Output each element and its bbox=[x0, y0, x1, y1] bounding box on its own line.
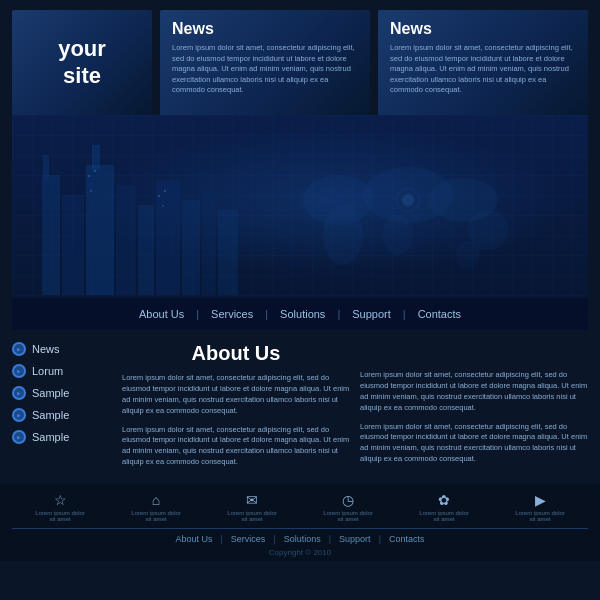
footer-icon-text-3: Lorem ipsum dolor sit amet bbox=[227, 510, 277, 522]
sidebar-label-sample1: Sample bbox=[32, 387, 69, 399]
svg-rect-4 bbox=[92, 145, 100, 170]
flower-icon: ✿ bbox=[438, 492, 450, 508]
sidebar-label-sample3: Sample bbox=[32, 431, 69, 443]
svg-rect-5 bbox=[116, 185, 136, 295]
footer-nav: About Us | Services | Solutions | Suppor… bbox=[12, 534, 588, 544]
svg-rect-10 bbox=[218, 210, 238, 295]
right-content: Lorem ipsum dolor sit amet, consectetur … bbox=[360, 342, 588, 476]
svg-point-23 bbox=[456, 241, 480, 269]
news-card-2-text: Lorem ipsum dolor sit amet, consectetur … bbox=[390, 43, 576, 96]
nav-contacts[interactable]: Contacts bbox=[406, 308, 473, 320]
news-card-1: News Lorem ipsum dolor sit amet, consect… bbox=[160, 10, 370, 115]
footer-icon-text-1: Lorem ipsum dolor sit amet bbox=[35, 510, 85, 522]
star-icon: ☆ bbox=[54, 492, 67, 508]
nav-support[interactable]: Support bbox=[340, 308, 403, 320]
svg-rect-3 bbox=[86, 165, 114, 295]
svg-rect-12 bbox=[94, 170, 96, 172]
hero-nav: About Us | Services | Solutions | Suppor… bbox=[12, 298, 588, 330]
news-card-1-title: News bbox=[172, 20, 358, 38]
footer-icon-group-3[interactable]: ✉ Lorem ipsum dolor sit amet bbox=[227, 492, 277, 522]
svg-rect-15 bbox=[164, 190, 166, 192]
news-card-1-text: Lorem ipsum dolor sit amet, consectetur … bbox=[172, 43, 358, 96]
copyright-text: Copyright © 2010 bbox=[12, 548, 588, 557]
footer-nav-about[interactable]: About Us bbox=[167, 534, 220, 544]
world-map-svg bbox=[278, 145, 528, 285]
about-title: About Us bbox=[122, 342, 350, 365]
bullet-icon-news bbox=[12, 342, 26, 356]
sidebar-item-sample2[interactable]: Sample bbox=[12, 408, 112, 422]
footer-icon-text-6: Lorem ipsum dolor sit amet bbox=[515, 510, 565, 522]
hero-section: About Us | Services | Solutions | Suppor… bbox=[12, 115, 588, 330]
about-text-1: Lorem ipsum dolor sit amet, consectetur … bbox=[122, 373, 350, 417]
svg-rect-6 bbox=[138, 205, 154, 295]
footer-icon-group-4[interactable]: ◷ Lorem ipsum dolor sit amet bbox=[323, 492, 373, 522]
svg-rect-7 bbox=[156, 180, 180, 295]
footer-icon-group-2[interactable]: ⌂ Lorem ipsum dolor sit amet bbox=[131, 492, 181, 522]
footer-nav-services[interactable]: Services bbox=[223, 534, 274, 544]
footer-icon-text-5: Lorem ipsum dolor sit amet bbox=[419, 510, 469, 522]
mail-icon: ✉ bbox=[246, 492, 258, 508]
svg-point-24 bbox=[402, 194, 414, 206]
footer-icon-group-5[interactable]: ✿ Lorem ipsum dolor sit amet bbox=[419, 492, 469, 522]
right-text-2: Lorem ipsum dolor sit amet, consectetur … bbox=[360, 422, 588, 466]
play-icon: ▶ bbox=[535, 492, 546, 508]
news-card-2: News Lorem ipsum dolor sit amet, consect… bbox=[378, 10, 588, 115]
footer-icons: ☆ Lorem ipsum dolor sit amet ⌂ Lorem ips… bbox=[12, 492, 588, 529]
svg-rect-0 bbox=[42, 175, 60, 295]
footer: ☆ Lorem ipsum dolor sit amet ⌂ Lorem ips… bbox=[0, 484, 600, 561]
nav-services[interactable]: Services bbox=[199, 308, 265, 320]
svg-rect-11 bbox=[88, 175, 90, 177]
main-content: News Lorum Sample Sample Sample About Us… bbox=[0, 330, 600, 476]
sidebar-item-sample1[interactable]: Sample bbox=[12, 386, 112, 400]
sidebar-item-sample3[interactable]: Sample bbox=[12, 430, 112, 444]
sidebar-label-news: News bbox=[32, 343, 60, 355]
footer-icon-text-4: Lorem ipsum dolor sit amet bbox=[323, 510, 373, 522]
svg-rect-1 bbox=[43, 155, 49, 180]
skyline-svg bbox=[32, 135, 252, 295]
sidebar-item-lorum[interactable]: Lorum bbox=[12, 364, 112, 378]
nav-about[interactable]: About Us bbox=[127, 308, 196, 320]
right-text-1: Lorem ipsum dolor sit amet, consectetur … bbox=[360, 370, 588, 414]
bullet-icon-sample2 bbox=[12, 408, 26, 422]
about-text-2: Lorem ipsum dolor sit amet, consectetur … bbox=[122, 425, 350, 469]
svg-rect-16 bbox=[162, 205, 164, 207]
svg-rect-9 bbox=[202, 190, 216, 295]
sidebar: News Lorum Sample Sample Sample bbox=[12, 342, 112, 476]
svg-rect-13 bbox=[90, 190, 92, 192]
footer-icon-group-6[interactable]: ▶ Lorem ipsum dolor sit amet bbox=[515, 492, 565, 522]
sidebar-label-sample2: Sample bbox=[32, 409, 69, 421]
logo-box[interactable]: your site bbox=[12, 10, 152, 115]
svg-point-20 bbox=[383, 215, 413, 255]
footer-nav-solutions[interactable]: Solutions bbox=[276, 534, 329, 544]
clock-icon: ◷ bbox=[342, 492, 354, 508]
footer-nav-contacts[interactable]: Contacts bbox=[381, 534, 433, 544]
bullet-icon-lorum bbox=[12, 364, 26, 378]
sidebar-item-news[interactable]: News bbox=[12, 342, 112, 356]
sidebar-label-lorum: Lorum bbox=[32, 365, 63, 377]
home-icon: ⌂ bbox=[152, 492, 160, 508]
footer-icon-text-2: Lorem ipsum dolor sit amet bbox=[131, 510, 181, 522]
logo-text: your site bbox=[58, 36, 106, 89]
footer-nav-support[interactable]: Support bbox=[331, 534, 379, 544]
center-content: About Us Lorem ipsum dolor sit amet, con… bbox=[122, 342, 350, 476]
header: your site News Lorem ipsum dolor sit ame… bbox=[0, 0, 600, 115]
bullet-icon-sample3 bbox=[12, 430, 26, 444]
bullet-icon-sample1 bbox=[12, 386, 26, 400]
svg-point-18 bbox=[323, 205, 363, 265]
news-card-2-title: News bbox=[390, 20, 576, 38]
svg-rect-2 bbox=[62, 195, 84, 295]
nav-solutions[interactable]: Solutions bbox=[268, 308, 337, 320]
svg-rect-8 bbox=[182, 200, 200, 295]
svg-rect-14 bbox=[158, 195, 160, 197]
footer-icon-group-1[interactable]: ☆ Lorem ipsum dolor sit amet bbox=[35, 492, 85, 522]
